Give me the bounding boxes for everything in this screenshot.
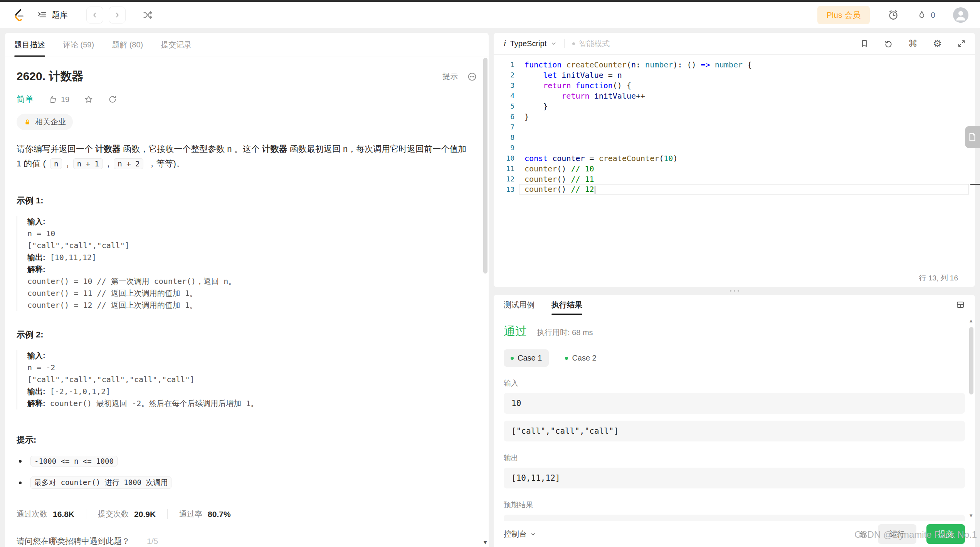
code-line-6[interactable]: 6} [494,111,975,122]
example-block: 输入:n = -2["call","call","call","call","c… [17,350,477,409]
next-problem-button[interactable] [109,7,126,23]
line-content: counter() // 12 [514,185,595,194]
results-scroll-up-icon[interactable]: ▲ [968,318,973,324]
code-editor[interactable]: 1function createCounter(n: number): () =… [494,55,975,195]
line-number: 10 [494,154,514,162]
code-line-1[interactable]: 1function createCounter(n: number): () =… [494,59,975,70]
description-text: 计数器 [262,144,287,154]
line-number: 7 [494,123,514,131]
line-number: 8 [494,133,514,141]
code-line-8[interactable]: 8 [494,132,975,143]
nav-problemset-label: 题库 [52,10,68,20]
lock-icon [24,118,31,126]
top-navbar: 题库 Plus 会员 [0,2,980,28]
io-value-box: 10 [504,393,965,414]
language-icon: i [503,39,506,48]
code-line-9[interactable]: 9 [494,143,975,153]
description-text: , [105,159,112,168]
code-line-2[interactable]: 2 let initValue = n [494,70,975,80]
nav-problemset[interactable]: 题库 [37,10,68,20]
code-line-13[interactable]: 13counter() // 12 [494,184,975,195]
more-options-icon[interactable] [467,72,477,82]
problem-tab-3[interactable]: 题解 (80) [112,33,143,57]
divider [167,509,168,519]
company-tag[interactable]: 相关企业 [17,114,73,130]
note-file-icon [967,132,977,142]
console-toggle[interactable]: 控制台 [504,529,536,539]
code-line-10[interactable]: 10const counter = createCounter(10) [494,153,975,163]
run-button[interactable]: 运行 [878,524,916,544]
examples-section: 示例 1:输入:n = 10["call","call","call"]输出: … [17,195,477,409]
results-scrollbar-thumb[interactable] [969,327,973,394]
example-line: 输出: [-2,-1,0,1,2] [27,386,477,398]
stat-value: 20.9K [134,510,156,519]
editor-settings-icon[interactable]: ⚙ [933,39,942,49]
code-line-11[interactable]: 11counter() // 10 [494,163,975,174]
hint-link[interactable]: 提示 [442,71,458,82]
line-content: function createCounter(n: number): () =>… [514,60,752,69]
submit-button[interactable]: 提交 [926,524,965,544]
left-panel-scrollbar-thumb[interactable] [483,58,487,274]
fullscreen-icon[interactable] [957,39,966,48]
smart-mode-label[interactable]: 智能模式 [579,39,610,49]
io-section-label: 输入 [504,378,965,388]
shuffle-icon[interactable] [143,10,153,20]
daily-streak[interactable]: 0 [917,10,935,20]
debug-bug-icon[interactable] [858,529,868,539]
io-sections: 输入10["call","call","call"]输出[10,11,12]预期… [504,378,965,535]
left-panel-scroll-down-icon[interactable]: ▼ [482,539,488,545]
like-button[interactable]: 19 [48,95,69,104]
case-chip-1[interactable]: Case 1 [504,349,549,367]
code-line-5[interactable]: 5 } [494,101,975,111]
code-line-4[interactable]: 4 return initValue++ [494,91,975,101]
example-line: 输入: [27,216,477,228]
prev-problem-button[interactable] [86,7,103,23]
code-line-3[interactable]: 3 return function() { [494,80,975,91]
plus-membership-button[interactable]: Plus 会员 [817,6,870,24]
leetcode-logo-icon[interactable] [12,8,25,22]
reset-code-icon[interactable] [884,39,893,48]
horizontal-splitter[interactable] [494,287,975,295]
problem-tab-1[interactable]: 题目描述 [14,33,45,57]
line-content: const counter = createCounter(10) [514,154,677,163]
shortcuts-icon[interactable]: ⌘ [908,39,918,48]
avatar[interactable] [953,7,968,23]
problem-panel-tabs: 题目描述评论 (59)题解 (80)提交记录 [5,33,489,57]
problem-list-icon [37,10,47,20]
editor-header: i TypeScript 智能模式 ⌘ ⚙ [494,33,975,55]
line-content: return initValue++ [514,91,645,101]
description-text: ，等等)。 [145,159,184,168]
notes-flyout-tab[interactable] [965,126,980,148]
description-text: 函数，它接收一个整型参数 n 。这个 [121,144,262,154]
favorite-star-icon[interactable] [84,95,93,104]
language-selector[interactable]: i TypeScript [503,39,556,48]
example-line: n = -2 [27,362,477,374]
runtime-label: 执行用时: 68 ms [537,327,593,338]
timer-icon[interactable] [888,9,899,21]
line-number: 13 [494,185,514,193]
example-title: 示例 1: [17,195,477,206]
code-editor-panel: i TypeScript 智能模式 ⌘ ⚙ 1 [494,33,975,287]
problem-description: 请你编写并返回一个 计数器 函数，它接收一个整型参数 n 。这个 计数器 函数最… [17,142,471,171]
example-line: 输入: [27,350,477,362]
bookmark-icon[interactable] [860,39,869,48]
code-line-7[interactable]: 7 [494,122,975,132]
line-number: 4 [494,92,514,100]
inline-code: n + 1 [73,158,103,169]
results-scroll-down-icon[interactable]: ▼ [968,513,973,518]
example-line: 解释: counter() 最初返回 -2。然后在每个后续调用后增加 1。 [27,398,477,409]
code-line-12[interactable]: 12counter() // 11 [494,174,975,184]
example-line: 输出: [10,11,12] [27,252,477,263]
stat-label: 提交次数 [98,509,129,519]
results-tab-2[interactable]: 执行结果 [551,295,582,315]
share-icon[interactable] [108,95,117,104]
case-chip-2[interactable]: Case 2 [558,349,603,367]
problem-tab-4[interactable]: 提交记录 [161,33,192,57]
results-tab-1[interactable]: 测试用例 [504,295,535,315]
chevron-down-icon [531,532,536,537]
console-label: 控制台 [504,529,527,539]
panel-layout-icon[interactable] [956,295,965,315]
difficulty-badge: 简单 [17,94,34,105]
problem-tab-2[interactable]: 评论 (59) [63,33,94,57]
example-line: counter() = 12 // 返回上次调用的值加 1。 [27,299,477,311]
